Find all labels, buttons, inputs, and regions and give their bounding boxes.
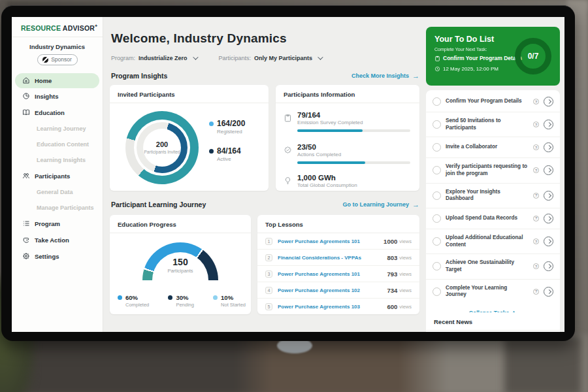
todo-next-task: Confirm Your Program Details [434, 55, 522, 61]
card-title: Invited Participants [110, 85, 269, 103]
sidebar-item-learning-journey[interactable]: Learning Journey [12, 121, 103, 137]
sidebar-item-insights[interactable]: Insights [12, 88, 103, 105]
card-title: Participants Information [276, 85, 419, 103]
chevron-right-icon[interactable] [544, 142, 553, 152]
task-row[interactable]: Verify participants requesting to join t… [426, 158, 560, 183]
card-title: Top Lessons [257, 215, 419, 233]
rank-badge: 2 [265, 254, 272, 261]
info-icon[interactable] [533, 238, 539, 244]
lesson-link[interactable]: Power Purchase Agreements 102 [278, 287, 387, 293]
task-checkbox[interactable] [433, 237, 441, 246]
task-row[interactable]: Send 50 Invitations to Participants [426, 112, 560, 137]
task-checkbox[interactable] [433, 166, 441, 174]
sidebar-item-participants[interactable]: Participants [12, 168, 103, 184]
lesson-row: 2 Financial Considerations - VPPAs 803vi… [257, 250, 419, 266]
task-checkbox[interactable] [433, 287, 441, 296]
sidebar-item-label: Participants [35, 172, 70, 180]
task-checkbox[interactable] [433, 97, 441, 106]
chevron-right-icon[interactable] [544, 237, 553, 246]
lesson-link[interactable]: Power Purchase Agreements 101 [278, 238, 384, 244]
badge-check-icon [284, 146, 292, 154]
monitor-bezel: RESOURCE ADVISOR+ Industry Dynamics Spon… [1, 5, 575, 341]
legend-pending: 30% Pending [168, 294, 194, 308]
top-lessons-card: Top Lessons 1 Power Purchase Agreements … [257, 215, 419, 314]
participants-filter[interactable]: Participants: Only My Participants [219, 55, 322, 61]
section-title: Participant Learning Journey [111, 201, 206, 208]
chevron-right-icon[interactable] [544, 97, 553, 106]
invited-donut-chart: 200 Participants Invited [125, 111, 199, 184]
gauge-label: Participants [110, 268, 251, 274]
sidebar-item-settings[interactable]: Settings [12, 248, 103, 265]
clipboard-icon [284, 114, 292, 122]
sidebar-item-education-content[interactable]: Education Content [12, 137, 103, 152]
chevron-down-icon [318, 54, 323, 59]
task-row[interactable]: Invite a Collaborator [426, 137, 560, 158]
sidebar-item-learning-insights[interactable]: Learning Insights [12, 152, 103, 168]
todo-title: Your To Do List [434, 35, 494, 44]
info-icon[interactable] [533, 99, 539, 105]
chevron-right-icon[interactable] [544, 287, 553, 297]
info-icon[interactable] [533, 289, 539, 295]
task-row[interactable]: Upload Spend Data Records [426, 208, 560, 229]
sidebar-item-manage-participants[interactable]: Manage Participants [12, 200, 103, 216]
legend-active: 84/164 Active [209, 146, 245, 162]
consumption-stat: 1,000 GWh Total Global Consumption [284, 174, 410, 188]
task-row[interactable]: Confirm Your Program Details [426, 91, 560, 112]
lesson-link[interactable]: Power Purchase Agreements 101 [278, 271, 387, 277]
sidebar-item-education[interactable]: Education [12, 105, 103, 121]
info-icon[interactable] [533, 263, 539, 269]
lesson-link[interactable]: Power Purchase Agreements 103 [278, 304, 387, 310]
task-checkbox[interactable] [433, 191, 441, 200]
chevron-right-icon[interactable] [544, 120, 553, 129]
sponsor-icon [42, 57, 48, 63]
donut-center-label: Participants Invited [144, 150, 180, 155]
chevron-right-icon[interactable] [544, 261, 553, 271]
check-more-insights-link[interactable]: Check More Insights [351, 72, 419, 80]
active-ring: 200 Participants Invited [137, 122, 188, 173]
app-logo[interactable]: RESOURCE ADVISOR+ [12, 17, 103, 37]
arrow-right-icon [412, 72, 419, 80]
legend-registered: 164/200 Registered [209, 119, 245, 135]
education-icon [22, 108, 30, 116]
lesson-row: 1 Power Purchase Agreements 101 1000view… [257, 233, 419, 250]
task-checkbox[interactable] [433, 214, 441, 223]
task-row[interactable]: Explore Your Insights Dashboard [426, 184, 560, 208]
legend-completed: 60% Completed [118, 294, 149, 308]
info-icon[interactable] [533, 167, 539, 173]
task-row[interactable]: Complete Your Learning Journey [426, 280, 560, 304]
chevron-right-icon[interactable] [544, 165, 553, 175]
task-checkbox[interactable] [433, 262, 441, 270]
chevron-right-icon[interactable] [544, 214, 553, 223]
legend-not-started: 10% Not Started [213, 294, 246, 308]
todo-summary-card: Your To Do List Complete Your Next Task:… [426, 27, 560, 86]
brand-plus: + [95, 24, 97, 28]
sidebar-item-label: Settings [35, 253, 59, 260]
go-to-learning-journey-link[interactable]: Go to Learning Journey [342, 201, 419, 208]
rank-badge: 4 [265, 287, 272, 294]
info-icon[interactable] [533, 144, 539, 150]
program-filter[interactable]: Program: Industrialize Zero [111, 55, 197, 61]
task-row[interactable]: Achieve One Sustainability Target [426, 254, 560, 279]
lesson-link[interactable]: Financial Considerations - VPPAs [278, 255, 387, 261]
program-filter-label: Program: [111, 55, 135, 61]
task-checkbox[interactable] [433, 120, 441, 129]
filters-row: Program: Industrialize Zero Participants… [111, 55, 321, 61]
actions-completed-stat: 23/50 Actions Completed [284, 143, 410, 164]
emission-survey-stat: 79/164 Emission Survey Completed [284, 111, 410, 132]
info-icon[interactable] [533, 216, 539, 221]
sidebar-item-take-action[interactable]: Take Action [12, 232, 103, 248]
sidebar-item-general-data[interactable]: General Data [12, 184, 103, 200]
participants-filter-label: Participants: [219, 55, 252, 61]
participants-information-card: Participants Information 79/164 Emission… [276, 85, 419, 191]
sidebar-item-program[interactable]: Program [12, 216, 103, 232]
task-checkbox[interactable] [433, 143, 441, 152]
sponsor-label: Sponsor [51, 56, 72, 63]
info-icon[interactable] [533, 193, 539, 199]
legend-dot-registered [209, 122, 214, 126]
chevron-right-icon[interactable] [544, 191, 553, 201]
info-icon[interactable] [533, 122, 539, 127]
task-row[interactable]: Upload Additional Educational Content [426, 229, 560, 254]
gauge-value: 150 [110, 257, 251, 267]
todo-task-list: Confirm Your Program Details Send 50 Inv… [426, 90, 560, 323]
sidebar-item-home[interactable]: Home [15, 73, 99, 88]
